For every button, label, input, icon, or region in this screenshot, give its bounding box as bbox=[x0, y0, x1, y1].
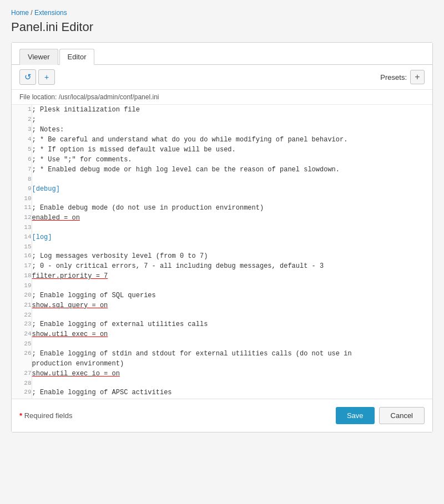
table-row: 5; * If option is missed default value w… bbox=[12, 145, 432, 155]
line-number: 5 bbox=[12, 145, 32, 155]
line-number: 16 bbox=[12, 251, 32, 261]
breadcrumb-home[interactable]: Home bbox=[11, 9, 29, 17]
table-row: 8 bbox=[12, 175, 432, 184]
line-number: 10 bbox=[12, 194, 32, 203]
line-content: show.util_exec_io = on bbox=[32, 369, 432, 379]
table-row: 29; Enable logging of APSC activities bbox=[12, 388, 432, 398]
line-content: ; Enable logging of external utilities c… bbox=[32, 319, 432, 329]
line-content: [debug] bbox=[32, 184, 432, 194]
value-text: show.sql_query = on bbox=[32, 302, 108, 309]
refresh-icon: ↺ bbox=[24, 72, 32, 82]
table-row: 6; * Use ";" for comments. bbox=[12, 155, 432, 165]
line-content: ; * Use ";" for comments. bbox=[32, 155, 432, 165]
breadcrumb: Home / Extensions bbox=[11, 9, 433, 17]
required-note: * Required fields bbox=[19, 411, 72, 420]
page-title: Panel.ini Editor bbox=[11, 20, 433, 34]
code-table: 1; Plesk initialization file2;3; Notes:4… bbox=[12, 105, 432, 399]
table-row: 14[log] bbox=[12, 232, 432, 242]
presets-add-button[interactable]: + bbox=[410, 70, 425, 84]
table-row: 7; * Enabled debug mode or high log leve… bbox=[12, 165, 432, 175]
line-content bbox=[32, 310, 432, 320]
table-row: 22 bbox=[12, 310, 432, 320]
line-number: 22 bbox=[12, 310, 32, 320]
value-text: filter.priority = 7 bbox=[32, 272, 108, 280]
table-row: 25 bbox=[12, 339, 432, 349]
table-row: 12enabled = on bbox=[12, 213, 432, 223]
line-number: 3 bbox=[12, 125, 32, 135]
table-row: 1; Plesk initialization file bbox=[12, 105, 432, 115]
toolbar-right: Presets: + bbox=[380, 70, 425, 84]
footer-buttons: Save Cancel bbox=[336, 407, 425, 424]
line-number: 27 bbox=[12, 369, 32, 379]
line-number: 19 bbox=[12, 281, 32, 291]
table-row: 27show.util_exec_io = on bbox=[12, 369, 432, 379]
table-row: 26; Enable logging of stdin and stdout f… bbox=[12, 349, 432, 359]
footer-row: * Required fields Save Cancel bbox=[12, 399, 432, 432]
table-row: 23; Enable logging of external utilities… bbox=[12, 319, 432, 329]
line-content: enabled = on bbox=[32, 213, 432, 223]
line-number: 14 bbox=[12, 232, 32, 242]
editor-area: 1; Plesk initialization file2;3; Notes:4… bbox=[12, 105, 432, 399]
line-number: 13 bbox=[12, 223, 32, 232]
line-number: 23 bbox=[12, 319, 32, 329]
line-number: 6 bbox=[12, 155, 32, 165]
line-number: 30 bbox=[12, 398, 32, 399]
line-number: 11 bbox=[12, 203, 32, 213]
line-number: 29 bbox=[12, 388, 32, 398]
line-number: 18 bbox=[12, 271, 32, 281]
section-link[interactable]: [debug] bbox=[32, 185, 60, 193]
tabs-row: Viewer Editor bbox=[12, 43, 432, 65]
line-content bbox=[32, 379, 432, 388]
section-link[interactable]: [log] bbox=[32, 233, 52, 241]
table-row: 19 bbox=[12, 281, 432, 291]
line-content: ; Log messages verbosity level (from 0 t… bbox=[32, 251, 432, 261]
line-content: ; Enable logging of SQL queries bbox=[32, 291, 432, 301]
table-row: 24show.util_exec = on bbox=[12, 329, 432, 339]
cancel-button[interactable]: Cancel bbox=[379, 407, 425, 424]
line-content: show.util_exec = on bbox=[32, 329, 432, 339]
line-content: ; Notes: bbox=[32, 125, 432, 135]
line-number: 2 bbox=[12, 115, 32, 125]
line-content: ; bbox=[32, 115, 432, 125]
table-row: 28 bbox=[12, 379, 432, 388]
line-content: ; * Enabled debug mode or high log level… bbox=[32, 165, 432, 175]
breadcrumb-extensions[interactable]: Extensions bbox=[34, 9, 67, 17]
table-row: 30;apsc.enabled = on bbox=[12, 398, 432, 399]
value-text: show.util_exec_io = on bbox=[32, 370, 120, 378]
line-number: 4 bbox=[12, 135, 32, 145]
line-number: 24 bbox=[12, 329, 32, 339]
line-number: 9 bbox=[12, 184, 32, 194]
save-button[interactable]: Save bbox=[336, 407, 375, 424]
table-row: 21show.sql_query = on bbox=[12, 301, 432, 310]
required-star: * bbox=[19, 411, 22, 420]
table-row: 13 bbox=[12, 223, 432, 232]
line-content: [log] bbox=[32, 232, 432, 242]
presets-add-icon: + bbox=[415, 72, 420, 82]
add-icon: + bbox=[44, 73, 49, 82]
table-row: 2; bbox=[12, 115, 432, 125]
tab-editor[interactable]: Editor bbox=[59, 49, 95, 65]
line-content: production environment) bbox=[32, 359, 432, 369]
line-content: ;apsc.enabled = on bbox=[32, 398, 432, 399]
toolbar-left: ↺ + bbox=[19, 69, 55, 85]
line-content bbox=[32, 281, 432, 291]
table-row: 9[debug] bbox=[12, 184, 432, 194]
line-number: 1 bbox=[12, 105, 32, 115]
presets-label: Presets: bbox=[380, 73, 407, 82]
value-text: show.util_exec = on bbox=[32, 330, 108, 338]
file-location: File location: /usr/local/psa/admin/conf… bbox=[12, 90, 432, 105]
line-content: ; * Be careful and understand what do yo… bbox=[32, 135, 432, 145]
value-text: enabled = on bbox=[32, 214, 80, 222]
tab-viewer[interactable]: Viewer bbox=[19, 49, 58, 65]
main-card: Viewer Editor ↺ + Presets: + File locati… bbox=[11, 42, 433, 432]
line-content bbox=[32, 339, 432, 349]
add-button[interactable]: + bbox=[38, 69, 55, 85]
refresh-button[interactable]: ↺ bbox=[19, 69, 36, 85]
required-label-text: Required fields bbox=[24, 411, 73, 420]
code-container[interactable]: 1; Plesk initialization file2;3; Notes:4… bbox=[12, 105, 432, 399]
line-number: 20 bbox=[12, 291, 32, 301]
line-number: 8 bbox=[12, 175, 32, 184]
line-number bbox=[12, 359, 32, 369]
line-number: 15 bbox=[12, 242, 32, 252]
table-row: 16; Log messages verbosity level (from 0… bbox=[12, 251, 432, 261]
